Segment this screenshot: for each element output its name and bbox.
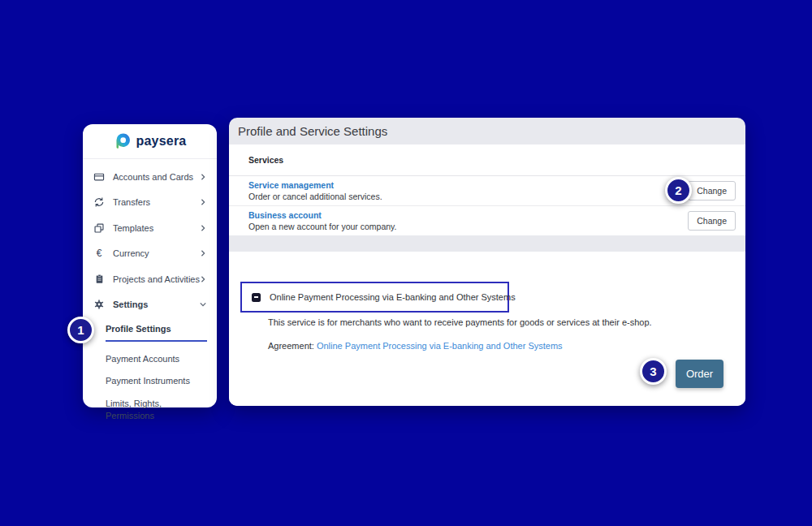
page-title: Profile and Service Settings [238,124,387,138]
card-icon [93,171,105,183]
paysera-logo-icon [114,132,132,150]
sidebar-nav: Accounts and Cards Transfers [83,159,217,422]
sidebar-item-limits-rights-permissions[interactable]: Limits, Rights, Permissions [106,398,190,422]
service-row-texts: Service management Order or cancel addit… [248,180,382,201]
business-account-link[interactable]: Business account [248,210,397,220]
sidebar-item-payment-accounts[interactable]: Payment Accounts [106,354,217,364]
transfer-icon [93,196,105,208]
currency-icon: € [93,248,105,259]
service-management-link[interactable]: Service management [248,180,382,190]
sidebar-item-templates[interactable]: Templates [83,215,217,241]
section-divider [229,235,745,252]
sidebar-item-currency[interactable]: € Currency [83,241,217,267]
minus-bar [254,296,258,298]
order-button[interactable]: Order [676,360,723,388]
sidebar-item-label: Transfers [113,197,150,207]
sidebar: paysera Accounts and Cards Transfers [83,124,217,407]
agreement-link[interactable]: Online Payment Processing via E-banking … [317,341,563,351]
sidebar-item-label: Projects and Activities [113,274,200,284]
projects-icon [93,274,105,285]
service-row-texts: Business account Open a new account for … [248,210,397,231]
chevron-right-icon [200,174,206,180]
service-detail-highlight-box: Online Payment Processing via E-banking … [240,282,509,313]
profile-settings-panel: Profile and Service Settings Services Se… [229,118,745,406]
service-row-description: Order or cancel additional services. [248,192,382,201]
service-row-description: Open a new account for your company. [248,222,397,231]
sidebar-item-label: Currency [113,248,149,258]
service-detail-section: Online Payment Processing via E-banking … [229,252,745,406]
sidebar-item-label: Templates [113,223,153,233]
chevron-down-icon [200,301,206,308]
templates-icon [93,222,105,234]
chevron-right-icon [200,199,206,205]
chevron-right-icon [200,276,206,282]
paysera-logo[interactable]: paysera [83,124,217,159]
service-row-business-account: Business account Open a new account for … [229,206,745,235]
step-1-badge: 1 [67,317,94,343]
paysera-wordmark: paysera [136,134,187,149]
services-section-header: Services [229,144,745,176]
service-detail-description: This service is for merchants who want t… [268,317,652,327]
sidebar-item-settings[interactable]: Settings [83,292,217,318]
sidebar-item-payment-instruments[interactable]: Payment Instruments [106,376,217,386]
step-2-badge: 2 [665,177,692,204]
sidebar-item-label: Accounts and Cards [113,172,193,182]
active-item-underline [106,340,207,342]
sidebar-item-label: Settings [113,300,148,309]
sidebar-item-projects-and-activities[interactable]: Projects and Activities [83,266,217,292]
service-detail-title: Online Payment Processing via E-banking … [270,292,516,302]
change-button[interactable]: Change [688,181,736,200]
sidebar-item-accounts-and-cards[interactable]: Accounts and Cards [83,164,217,190]
sidebar-item-profile-settings[interactable]: Profile Settings [106,324,217,334]
services-label: Services [248,155,283,165]
chevron-right-icon [200,225,206,231]
agreement-label: Agreement: [268,341,314,351]
change-button[interactable]: Change [688,211,736,231]
step-3-badge: 3 [640,358,667,385]
agreement-row: Agreement: Online Payment Processing via… [268,341,563,351]
settings-submenu: Profile Settings Payment Accounts Paymen… [83,317,217,422]
gear-icon [93,299,105,310]
sidebar-item-transfers[interactable]: Transfers [83,190,217,216]
panel-header: Profile and Service Settings [229,118,745,144]
collapse-minus-icon[interactable] [252,293,261,302]
chevron-right-icon [200,250,206,257]
